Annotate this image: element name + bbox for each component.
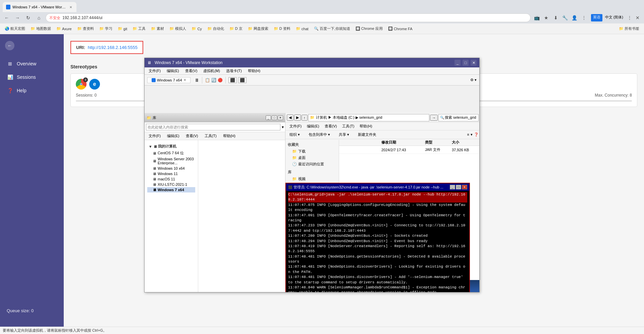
cast-icon[interactable]: 📺 — [533, 14, 541, 21]
tree-item-macos[interactable]: 🖥 macOS 11 — [147, 176, 195, 182]
bookmark-all-bookmarks[interactable]: 📁所有书签 — [617, 25, 641, 32]
nav-sessions[interactable]: 📊 Sessions — [0, 70, 64, 84]
record-button[interactable]: 🔴 — [218, 78, 223, 82]
fullscreen-button[interactable]: ⬛ — [228, 77, 237, 83]
snapshot-button[interactable]: 🔄 — [211, 78, 216, 82]
explorer-search-input[interactable] — [146, 124, 280, 130]
vmware-window[interactable]: 🖥 Windows 7 x64 - VMware Workstation _ □… — [144, 58, 480, 292]
file-search-bar[interactable]: 🔍 搜索 selenium_grid — [438, 114, 479, 121]
bookmark-chrome-apps[interactable]: 🔲Chrome 应用 — [354, 25, 385, 32]
cmd-maximize-button[interactable]: □ — [456, 185, 461, 189]
cmd-close-button[interactable]: ✕ — [462, 185, 467, 189]
menu-vm[interactable]: 虚拟机(M) — [201, 68, 223, 74]
explorer-minimize-button[interactable]: _ — [266, 115, 271, 120]
file-refresh-button[interactable]: → — [430, 115, 438, 121]
menu-icon[interactable]: ⋮ — [580, 14, 588, 21]
bookmark-icon[interactable]: ★ — [543, 14, 550, 21]
tree-item-centos[interactable]: 🖥 CentOS 7 64 位 — [147, 150, 195, 156]
explorer-maximize-button[interactable]: □ — [272, 115, 277, 120]
vm-tab-win7[interactable]: Windows 7 x64 ✕ — [147, 77, 191, 83]
nav-help[interactable]: ❓ Help — [0, 84, 64, 97]
home-button[interactable]: ⌂ — [35, 14, 43, 22]
new-folder-button[interactable]: 新建文件夹 — [355, 131, 379, 138]
file-up-button[interactable]: ↑ — [302, 115, 308, 121]
bookmark-wangpan[interactable]: 📁网盘搜索 — [246, 25, 270, 32]
help-icon-file[interactable]: ❓ — [474, 132, 479, 137]
nav-overview[interactable]: ⊞ Overview — [0, 57, 64, 70]
vmware-minimize-button[interactable]: _ — [454, 60, 461, 66]
explorer-menu-help[interactable]: 帮助(H) — [220, 133, 238, 138]
file-menu-tools[interactable]: 工具(T) — [339, 123, 357, 129]
menu-help[interactable]: 帮助(H) — [245, 68, 263, 74]
bookmark-chrome-fa[interactable]: 🔲Chrome FA — [386, 26, 415, 32]
back-nav-button[interactable]: ← — [5, 41, 14, 50]
pause-button[interactable]: ⏸ — [195, 77, 199, 83]
file-address-bar[interactable]: 📁 计算机 ▶ 本地磁盘 (C:) ▶ selenium_grid — [308, 114, 430, 121]
my-computer-header[interactable]: ▼ 🖥 我的计算机 — [147, 143, 195, 150]
extensions-icon[interactable]: 🔧 — [561, 14, 569, 21]
vmware-close-button[interactable]: ✕ — [471, 60, 477, 66]
address-bar[interactable]: 不安全 192.168.2.107:4444/ui — [46, 13, 531, 22]
lib-video[interactable]: 📁 视频 — [287, 176, 337, 182]
lang-chinese[interactable]: 中文 (简体) — [603, 14, 625, 21]
tree-item-xiu[interactable]: 🖥 XIU-LSTC-2021-1 — [147, 182, 195, 187]
menu-edit[interactable]: 编辑(E) — [164, 68, 182, 74]
tree-item-win11[interactable]: 🖥 Windows 11 — [147, 171, 195, 176]
back-button[interactable]: ← — [3, 14, 11, 22]
tree-item-win7[interactable]: 🖥 Windows 7 x64 — [147, 187, 195, 192]
bookmark-ziliao[interactable]: 📁D 资料 — [272, 25, 292, 32]
search-dropdown-icon[interactable]: ▾ — [282, 125, 284, 129]
reload-button[interactable]: ↻ — [24, 14, 32, 22]
file-forward-button[interactable]: ▶ — [294, 114, 301, 121]
unity-button[interactable]: ⬛ — [238, 77, 247, 83]
bookmark-mapdata[interactable]: 📁地图数据 — [29, 25, 53, 32]
fav-desktop[interactable]: 📁 桌面 — [287, 155, 337, 161]
vm-settings-icon[interactable]: ⚙ ▾ — [470, 78, 477, 82]
tree-item-win10[interactable]: 🖥 Windows 10 x64 — [147, 166, 195, 171]
vm-tab-close-button[interactable]: ✕ — [183, 78, 186, 82]
bookmark-moniren[interactable]: 📁模拟人 — [167, 25, 188, 32]
fav-recent[interactable]: 🕐 最近访问的位置 — [287, 161, 337, 167]
downloads-icon[interactable]: ⬇ — [552, 14, 559, 21]
tab-close-button[interactable]: ✕ — [68, 4, 73, 10]
explorer-menu-tools[interactable]: 工具(T) — [202, 133, 219, 138]
menu-view[interactable]: 查看(V) — [182, 68, 200, 74]
close-browser-icon[interactable]: ✕ — [634, 14, 641, 21]
bookmark-xuexi[interactable]: 📁学习 — [97, 25, 114, 32]
menu-tab[interactable]: 选项卡(T) — [223, 68, 245, 74]
bookmark-baidu[interactable]: 🔍百度一下,你就知道 — [312, 25, 352, 32]
share-button[interactable]: 共享 ▾ — [336, 131, 352, 138]
vmware-maximize-button[interactable]: □ — [463, 60, 469, 66]
bookmark-git[interactable]: 📁git — [116, 26, 129, 32]
explorer-menu-file[interactable]: 文件(F) — [146, 133, 163, 138]
cmd-minimize-button[interactable]: _ — [450, 185, 455, 189]
fav-downloads[interactable]: 📁 下载 — [287, 148, 337, 155]
file-menu-edit[interactable]: 编辑(E) — [304, 123, 322, 129]
explorer-close-button[interactable]: ✕ — [278, 115, 283, 120]
send-ctrlaltdel-button[interactable]: 📋 — [205, 78, 210, 82]
bookmark-sucai[interactable]: 📁素材 — [149, 25, 166, 32]
active-tab[interactable]: Windows 7 x64 - VMware Workstation ✕ — [3, 2, 76, 12]
file-back-button[interactable]: ◀ — [287, 114, 293, 121]
bookmark-cy[interactable]: 📁Cy — [190, 26, 204, 32]
organize-button[interactable]: 组织 ▾ — [287, 131, 303, 138]
include-in-library-button[interactable]: 包含到库中 ▾ — [306, 131, 333, 138]
tree-item-winserver2003[interactable]: 🖥 Windows Server 2003 Enterprise... — [147, 156, 195, 166]
bookmark-axure[interactable]: 📁Axure — [54, 26, 74, 32]
view-icon[interactable]: ≡ — [467, 132, 469, 137]
file-menu-help[interactable]: 帮助(H) — [357, 123, 375, 129]
forward-button[interactable]: → — [13, 14, 21, 22]
lang-english[interactable]: 英语 — [591, 14, 602, 21]
menu-file[interactable]: 文件(F) — [146, 68, 163, 74]
bookmark-chaziliao[interactable]: 📁查资料 — [75, 25, 96, 32]
bookmark-jing[interactable]: 📁D 京 — [227, 25, 245, 32]
profile-icon[interactable]: 👤 — [571, 14, 578, 21]
bookmark-hangtianhongtu[interactable]: 🌏航天宏图 — [3, 25, 27, 32]
bookmark-chat[interactable]: 📁chat — [294, 26, 311, 32]
bookmark-tools[interactable]: 📁工具 — [130, 25, 148, 32]
sort-icon[interactable]: ▾ — [471, 132, 473, 137]
lang-menu-icon[interactable]: ⋮ — [626, 14, 633, 21]
file-menu-file[interactable]: 文件(F) — [287, 123, 304, 129]
bookmark-automation[interactable]: 📁自动化 — [205, 25, 226, 32]
explorer-menu-view[interactable]: 查看(V) — [183, 133, 201, 138]
